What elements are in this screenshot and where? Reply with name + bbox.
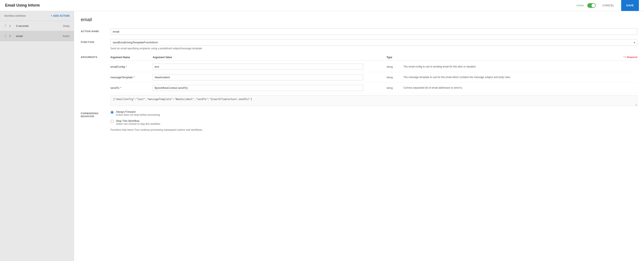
arg-row-emailconfig: emailConfig * string The email config to… (110, 62, 637, 72)
drag-handle-icon: ⠿ (4, 24, 7, 28)
arguments-label: ARGUMENTS (81, 54, 106, 58)
radio-stop-workflow[interactable] (110, 120, 114, 123)
cancel-button[interactable]: CANCEL (599, 2, 618, 9)
arg-type-messagetemplate: string (386, 76, 404, 79)
required-star: * (120, 86, 121, 90)
radio-always-forward[interactable] (110, 110, 114, 114)
row-number: 1 (9, 24, 14, 28)
arg-input-sendto[interactable] (153, 85, 363, 91)
radio-label-always-forward: Always Forward Action does not stop furt… (116, 110, 160, 116)
arg-value-messagetemplate (153, 74, 386, 80)
radio-sub-label-always-forward: Action does not stop further processing (116, 113, 160, 116)
args-col-value: Argument Value (153, 56, 386, 59)
header-right: Active CANCEL SAVE (576, 0, 639, 11)
required-star: * (126, 65, 127, 68)
arg-value-emailconfig (153, 64, 386, 70)
main-layout: Workflow Definition + ADD ACTION ⠿ 1 0 s… (0, 11, 644, 261)
action-name-label: ACTION NAME (81, 28, 106, 32)
add-action-button[interactable]: + ADD ACTION (51, 14, 70, 17)
radio-option-stop-workflow: Stop This Workflow Action can choose to … (110, 119, 637, 126)
forwarding-options: Always Forward Action does not stop furt… (110, 110, 637, 131)
active-toggle[interactable] (587, 3, 596, 8)
app-title: Email Using Inform (5, 3, 40, 8)
function-row: FUNCTION sendEmailUsingTemplateFromInfor… (81, 39, 637, 50)
row-number: 2 (9, 34, 14, 38)
arg-name-emailconfig: emailConfig * (110, 65, 153, 68)
sidebar-row-2[interactable]: ⠿ 2 email Action (0, 31, 74, 41)
arg-row-messagetemplate: messageTemplate * string The message tem… (110, 72, 637, 83)
arg-type-emailconfig: string (386, 65, 404, 68)
action-name-field (110, 28, 637, 35)
forwarding-footer: Functions that return True continue proc… (110, 128, 637, 131)
app-header: Email Using Inform Active CANCEL SAVE (0, 0, 644, 11)
radio-sub-label-stop-workflow: Action can choose to stop this workflow (116, 122, 160, 126)
arg-row-sendto: sendTo * string Comma separated list of … (110, 83, 637, 93)
arguments-table: Argument Name Argument Value Type * = Re… (110, 54, 637, 106)
radio-label-stop-workflow: Stop This Workflow Action can choose to … (116, 119, 160, 126)
json-preview: {"emailConfig":"test","messageTemplate":… (110, 96, 637, 106)
arg-input-emailconfig[interactable] (153, 64, 363, 70)
arg-desc-emailconfig: The email config to use in sending email… (404, 65, 638, 68)
args-table-header: Argument Name Argument Value Type * = Re… (110, 54, 637, 61)
drag-handle-icon: ⠿ (4, 34, 7, 38)
action-name-row: ACTION NAME (81, 28, 637, 35)
arg-desc-messagetemplate: The message template to use for the emai… (404, 76, 638, 79)
workflow-definition-label: Workflow Definition (4, 14, 26, 17)
forwarding-section: FORWARDINGBEHAVIOR Always Forward Action… (81, 110, 637, 131)
arg-value-sendto (153, 85, 386, 91)
radio-option-always-forward: Always Forward Action does not stop furt… (110, 110, 637, 116)
args-col-type: Type (386, 56, 404, 59)
radio-main-label-stop-workflow: Stop This Workflow (116, 119, 160, 122)
save-button[interactable]: SAVE (621, 0, 639, 11)
row-type: Action (62, 35, 70, 38)
sidebar-row-1[interactable]: ⠿ 1 0 seconds Delay (0, 21, 74, 31)
arg-name-sendto: sendTo * (110, 86, 153, 90)
row-name: 0 seconds (16, 24, 60, 28)
arg-name-messagetemplate: messageTemplate * (110, 76, 153, 79)
content-title: email (81, 17, 637, 22)
function-field: sendEmailUsingTemplateFromInform ▾ Send … (110, 39, 637, 50)
arg-type-sendto: string (386, 86, 404, 90)
arg-input-messagetemplate[interactable] (153, 74, 363, 80)
arguments-section: ARGUMENTS Argument Name Argument Value T… (81, 54, 637, 106)
function-label: FUNCTION (81, 39, 106, 43)
row-type: Delay (63, 24, 70, 28)
args-col-name: Argument Name (110, 56, 153, 59)
required-star: * (134, 76, 135, 79)
args-required-note: * = Required (404, 56, 638, 59)
sidebar-header: Workflow Definition + ADD ACTION (0, 11, 74, 21)
action-name-input[interactable] (110, 28, 637, 35)
row-name: email (16, 34, 60, 38)
forwarding-behavior-label: FORWARDINGBEHAVIOR (81, 110, 106, 118)
radio-main-label-always-forward: Always Forward (116, 110, 160, 113)
function-select-wrapper: sendEmailUsingTemplateFromInform ▾ (110, 39, 637, 46)
sidebar: Workflow Definition + ADD ACTION ⠿ 1 0 s… (0, 11, 74, 261)
function-description: Send an email specifying recipients usin… (110, 47, 637, 50)
function-select[interactable]: sendEmailUsingTemplateFromInform (110, 39, 637, 46)
content-panel: email ACTION NAME FUNCTION sendEmailUsin… (74, 11, 644, 261)
arg-desc-sendto: Comma separated list of email addresses … (404, 86, 638, 90)
active-label: Active (576, 4, 584, 7)
